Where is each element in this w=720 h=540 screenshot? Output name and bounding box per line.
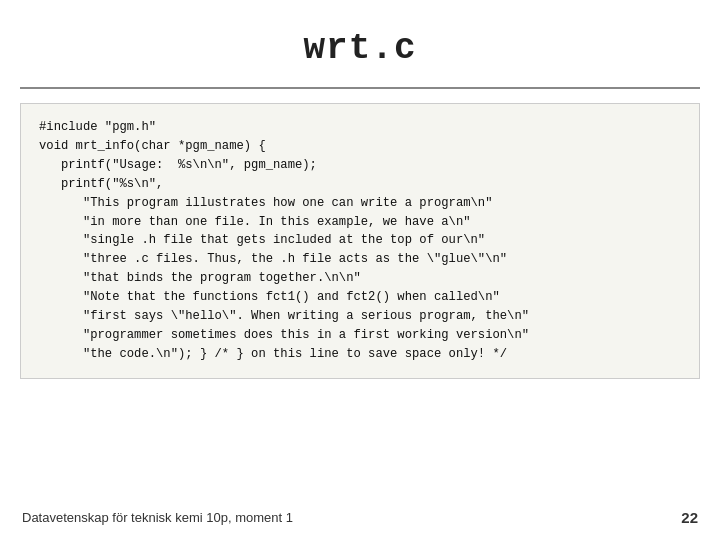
code-line-11: "first says \"hello\". When writing a se… xyxy=(39,307,681,326)
code-line-12: "programmer sometimes does this in a fir… xyxy=(39,326,681,345)
code-line-9: "that binds the program together.\n\n" xyxy=(39,269,681,288)
code-line-2: void mrt_info(char *pgm_name) { xyxy=(39,137,681,156)
code-line-7: "single .h file that gets included at th… xyxy=(39,231,681,250)
footer-course: Datavetenskap för teknisk kemi 10p, mome… xyxy=(22,510,293,525)
code-line-13: "the code.\n"); } /* } on this line to s… xyxy=(39,345,681,364)
slide-container: wrt.c #include "pgm.h" void mrt_info(cha… xyxy=(0,0,720,540)
code-line-10: "Note that the functions fct1() and fct2… xyxy=(39,288,681,307)
code-line-5: "This program illustrates how one can wr… xyxy=(39,194,681,213)
slide-title: wrt.c xyxy=(303,28,416,69)
code-box: #include "pgm.h" void mrt_info(char *pgm… xyxy=(20,103,700,379)
code-line-4: printf("%s\n", xyxy=(39,175,681,194)
divider xyxy=(20,87,700,89)
code-line-3: printf("Usage: %s\n\n", pgm_name); xyxy=(39,156,681,175)
code-line-8: "three .c files. Thus, the .h file acts … xyxy=(39,250,681,269)
footer: Datavetenskap för teknisk kemi 10p, mome… xyxy=(0,509,720,526)
code-line-6: "in more than one file. In this example,… xyxy=(39,213,681,232)
code-line-1: #include "pgm.h" xyxy=(39,118,681,137)
footer-page: 22 xyxy=(681,509,698,526)
